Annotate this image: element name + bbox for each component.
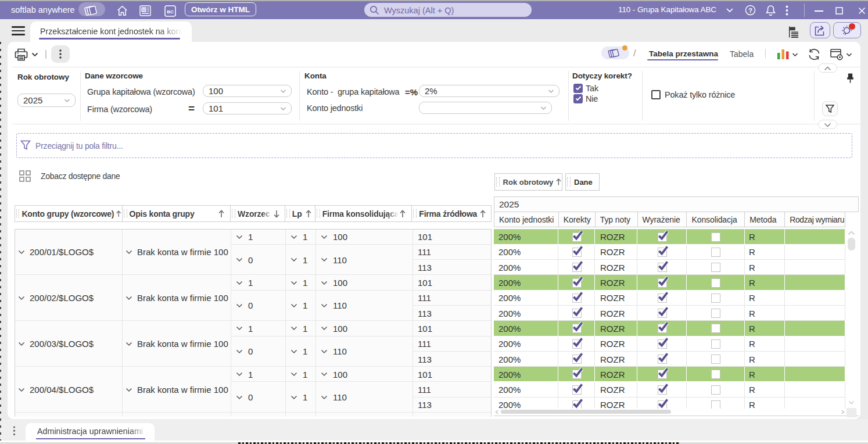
svg-text:BC: BC	[167, 9, 174, 15]
svg-text:?: ?	[748, 7, 752, 14]
